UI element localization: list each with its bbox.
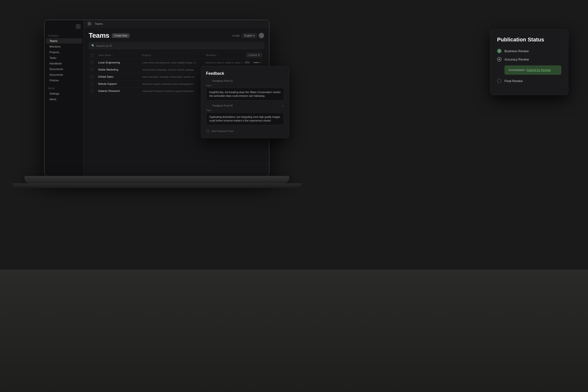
scope-percent: 60% [245,61,252,64]
drag-handle-icon: ⋮⋮ [206,104,211,107]
columns-button[interactable]: Columns ▼ [246,53,262,57]
sidebar-collapse-button[interactable]: ‹ [76,24,80,29]
page-title: Teams [89,32,109,40]
row-checkbox[interactable] [91,61,94,64]
scope-bar-container: 60% [245,61,262,64]
sidebar-item-tasks[interactable]: Tasks [46,55,82,60]
sidebar-item-settings[interactable]: Settings › [46,91,82,96]
locale-area: Locale: English ▾ [232,33,264,38]
col-projects-label: Projects [142,54,151,56]
scope-bar [253,62,262,63]
laptop-base [24,176,289,183]
sidebar-item-teams[interactable]: Teams › [46,38,82,44]
feedback-panel: Feedback ⋮⋮ Feedback Point 01 Topic * In… [201,66,289,138]
sidebar-settings-chevron: › [78,92,79,95]
feedback-point-1-header: ⋮⋮ Feedback Point 01 [206,80,284,82]
team-projects: Social Media Campaign, Product Launch St… [142,68,206,71]
locale-value: English [244,34,252,37]
accuracy-review-label: Accuracy Review [504,58,529,61]
business-review-check: ✓ [497,49,502,53]
publication-title: Publication Status [497,36,561,43]
business-review-label: Business Review [504,49,529,53]
sidebar: ‹ Company Teams › Members Projects Tasks… [44,20,84,176]
team-members: Emma W, Liam R, Olivia S, Noah T, Ava H,… [206,61,245,64]
add-feedback-label: Add Feedback Point [212,130,234,132]
team-projects: Advanced Propulsion Systems, Space Explo… [142,90,206,92]
create-new-button[interactable]: Create New [112,33,130,38]
feedback-point-menu[interactable]: ··· ∧ [279,104,284,107]
unreviewed-prefix: Unreviewed— [508,68,527,72]
feedback-point-2-label: Feedback Point 02 [212,104,233,107]
sidebar-item-alerts[interactable]: Alerts [46,96,82,102]
topic-label-1: Topic * [206,84,284,87]
locale-chevron-icon: ▾ [253,34,254,37]
locale-label: Locale: [232,34,240,37]
sidebar-item-handbook[interactable]: Handbook [46,61,82,66]
pub-item-accuracy-review[interactable]: Accuracy Review [497,57,561,62]
breadcrumb-home-icon: ⌂ [88,22,91,26]
collapse-icon: ∧ [282,104,284,107]
row-checkbox[interactable] [91,82,94,85]
pub-item-business-review[interactable]: ✓ Business Review [497,49,561,53]
final-review-indicator [497,79,502,83]
submit-for-review-link[interactable]: Submit for Review [527,68,550,72]
table-row[interactable]: Lunar Engineering Lunar Rover Developmen… [89,59,264,66]
topic-label-2: Topic * [206,109,284,112]
select-all-checkbox[interactable] [91,54,94,56]
sidebar-item-settings-label: Settings [50,92,59,95]
breadcrumb-separator: / [92,22,93,25]
row-checkbox[interactable] [91,75,94,78]
team-name: Nebula Support [98,82,142,85]
row-checkbox[interactable] [91,68,94,71]
feedback-point-1: ⋮⋮ Feedback Point 01 Topic * Insightful … [206,80,284,100]
sidebar-item-tasks-label: Tasks [50,56,56,59]
unreviewed-block: Unreviewed—Submit for Review [504,66,561,75]
team-name: Stellar Marketing [98,68,142,71]
sidebar-item-policies[interactable]: Policies [46,78,82,83]
team-name: Lunar Engineering [98,61,142,64]
sidebar-item-documents2[interactable]: Documents [46,72,82,78]
sidebar-item-policies-label: Policies [50,79,59,82]
add-feedback-button[interactable]: + Add Feedback Point [206,129,284,133]
breadcrumb: ⌂ / Teams [84,20,269,28]
col-name-sort-icon: ↕ [112,54,113,56]
accuracy-review-indicator [497,57,502,62]
pub-item-final-review[interactable]: Final Review [497,79,561,83]
search-bar: 🔍 [89,42,264,49]
team-projects: Client Outreach, Strategic Partnerships,… [142,76,206,78]
col-members-sort-icon: ↕ [217,54,218,56]
page-header: Teams Create New Locale: English ▾ [84,28,269,42]
col-members-label: Members [206,54,216,56]
col-projects-sort-icon: ↕ [152,54,153,56]
add-circle-icon: + [206,129,210,133]
sidebar-item-alerts-label: Alerts [50,98,56,101]
sidebar-section-admin: Admin [44,86,84,91]
feedback-point-1-label: Feedback Point 01 [212,80,233,82]
page-title-area: Teams Create New [89,32,130,40]
team-name: Galactic Research [98,90,142,92]
row-checkbox[interactable] [91,90,94,92]
search-icon: 🔍 [92,44,95,47]
sidebar-item-projects[interactable]: Projects [46,50,82,55]
scope-fill [253,62,259,63]
feedback-point-1-text[interactable]: Insightful tips, but breaking down the '… [206,88,284,100]
sidebar-item-teams-label: Teams [50,40,57,42]
locale-dropdown[interactable]: English ▾ [242,33,257,38]
col-header-projects[interactable]: Projects ↕ [142,54,206,56]
sidebar-item-handbook-label: Handbook [50,62,62,65]
col-header-name[interactable]: Team Name ↕ [98,54,142,56]
user-avatar [259,33,264,38]
sidebar-item-members[interactable]: Members [46,44,82,49]
sidebar-item-members-label: Members [50,45,61,48]
feedback-point-2-header: ⋮⋮ Feedback Point 02 ··· ∧ [206,104,284,107]
sidebar-item-projects-label: Projects [50,51,59,54]
col-header-members[interactable]: Members ↕ [206,54,245,56]
table-header: Team Name ↕ Projects ↕ Members ↕ Columns… [89,52,264,59]
concrete-background [0,270,588,392]
sidebar-item-documents2-label: Documents [50,73,63,76]
search-input[interactable] [96,44,262,47]
sidebar-item-documents1[interactable]: Documents [46,66,82,72]
feedback-point-2: ⋮⋮ Feedback Point 02 ··· ∧ Topic * Capti… [206,104,284,125]
feedback-point-2-text[interactable]: Captivating destinations, but integratin… [206,112,284,125]
breadcrumb-current: Teams [95,22,103,25]
